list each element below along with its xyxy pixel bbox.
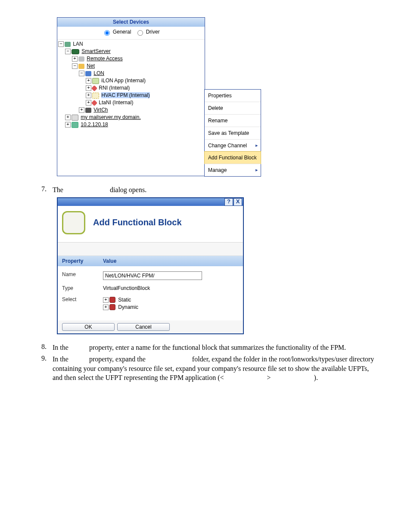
dialog-titlebar: ? X [58, 198, 243, 206]
device-icon [92, 78, 99, 84]
host-icon [72, 122, 78, 128]
lon-icon [85, 71, 91, 76]
expander-icon[interactable]: + [86, 78, 91, 84]
expander-icon[interactable]: + [86, 100, 91, 106]
static-node[interactable]: Static [118, 297, 131, 303]
driver-radio[interactable]: Driver [135, 29, 159, 35]
ltani-icon [91, 100, 97, 106]
driver-label: Driver [146, 29, 160, 35]
add-functional-block-dialog: ? X Add Functional Block Property Value … [57, 197, 244, 334]
remote-access-icon [78, 56, 84, 62]
type-label: Type [62, 285, 103, 291]
expander-icon[interactable]: + [86, 85, 91, 91]
hvac-icon [92, 93, 99, 99]
name-label: Name [62, 271, 103, 277]
dialog-footer: OK Cancel [58, 320, 243, 333]
col-property: Property [62, 258, 103, 264]
dialog-header: Add Functional Block [58, 206, 243, 243]
hvac-fpm-node[interactable]: HVAC FPM (Internal) [101, 92, 149, 98]
step-number: 9. [34, 355, 53, 383]
expander-icon[interactable]: − [65, 49, 71, 54]
text: dialog opens. [108, 186, 146, 193]
select-devices-panel: Select Devices General Driver − LAN − Sm… [57, 17, 205, 176]
select-devices-screenshot: Select Devices General Driver − LAN − Sm… [57, 17, 377, 177]
ctx-delete[interactable]: Delete [205, 102, 261, 114]
dynamic-icon [109, 304, 115, 310]
step-text: In the property, enter a name for the fu… [53, 343, 377, 352]
ctx-change-channel[interactable]: Change Channel [205, 139, 261, 152]
functional-block-icon [62, 211, 85, 234]
lan-icon [65, 42, 71, 47]
expander-icon[interactable]: + [79, 107, 84, 113]
virtch-icon [85, 108, 91, 113]
select-label: Select [62, 296, 103, 302]
expander-icon[interactable]: + [103, 305, 109, 310]
context-menu: Properties Delete Rename Save as Templat… [204, 89, 261, 177]
general-radio[interactable]: General [102, 29, 131, 35]
net-node[interactable]: Net [87, 63, 95, 69]
step-7: 7. The dialog opens. [34, 185, 377, 195]
net-icon [78, 64, 84, 69]
smartserver-node[interactable]: SmartServer [81, 48, 110, 54]
dialog-body: Name Type VirtualFunctionBlock Select + … [58, 266, 243, 320]
ctx-manage[interactable]: Manage [205, 164, 261, 176]
step-number: 8. [34, 343, 53, 352]
general-label: General [113, 29, 131, 35]
ok-button[interactable]: OK [62, 323, 115, 331]
expander-icon[interactable]: + [72, 56, 78, 62]
cancel-button[interactable]: Cancel [117, 323, 170, 331]
text: property, enter a name for the functiona… [87, 344, 346, 351]
dialog-column-header: Property Value [58, 256, 243, 266]
lan-node[interactable]: LAN [73, 41, 83, 47]
ctx-rename[interactable]: Rename [205, 114, 261, 127]
select-tree: + Static + Dynamic [103, 296, 138, 311]
step-text: The dialog opens. [53, 185, 377, 195]
text: In the [53, 344, 70, 351]
text: ). [314, 374, 318, 381]
expander-icon[interactable]: + [86, 93, 91, 98]
dialog-spacer [58, 243, 243, 256]
help-button[interactable]: ? [224, 198, 233, 206]
ctx-properties[interactable]: Properties [205, 90, 261, 102]
name-input[interactable] [103, 271, 202, 280]
static-icon [109, 297, 115, 303]
text: property, expand the [87, 355, 147, 363]
lon-node[interactable]: LON [93, 70, 104, 76]
virtch-node[interactable]: VirtCh [93, 107, 108, 113]
panel-header: Select Devices [57, 18, 205, 27]
step-text: In the property, expand the folder, expa… [53, 355, 377, 383]
ctx-add-functional-block[interactable]: Add Functional Block [204, 151, 261, 164]
type-value: VirtualFunctionBlock [103, 285, 150, 291]
step-9: 9. In the property, expand the folder, e… [34, 355, 377, 383]
host-node[interactable]: 10.2.120.18 [81, 121, 108, 128]
col-value: Value [103, 258, 116, 264]
text: In the [53, 355, 70, 363]
expander-icon[interactable]: + [103, 297, 109, 303]
text: The [53, 186, 65, 193]
expander-icon[interactable]: − [58, 41, 64, 47]
ctx-save-template[interactable]: Save as Template [205, 127, 261, 139]
expander-icon[interactable]: − [79, 71, 84, 76]
close-button[interactable]: X [234, 198, 242, 206]
expander-icon[interactable]: + [65, 115, 71, 120]
step-number: 7. [34, 185, 53, 195]
remote-access-node[interactable]: Remote Access [87, 56, 122, 62]
expander-icon[interactable]: + [65, 122, 71, 128]
text: > [267, 374, 271, 381]
device-tree: − LAN − SmartServer + Remote Access − Ne… [57, 40, 205, 176]
expander-icon[interactable]: − [72, 63, 78, 69]
dynamic-node[interactable]: Dynamic [118, 304, 138, 310]
dialog-title: Add Functional Block [93, 218, 182, 227]
view-mode-radios: General Driver [57, 27, 205, 40]
ltani-node[interactable]: LtaNI (Internal) [99, 100, 133, 106]
mail-icon [72, 115, 78, 121]
smartserver-icon [72, 49, 79, 54]
step-8: 8. In the property, enter a name for the… [34, 343, 377, 352]
rni-icon [91, 85, 97, 91]
rni-node[interactable]: RNI (Internal) [99, 85, 130, 91]
ilon-app-node[interactable]: iLON App (Internal) [101, 78, 146, 84]
mailserver-node[interactable]: my mailserver.my domain. [81, 114, 140, 120]
